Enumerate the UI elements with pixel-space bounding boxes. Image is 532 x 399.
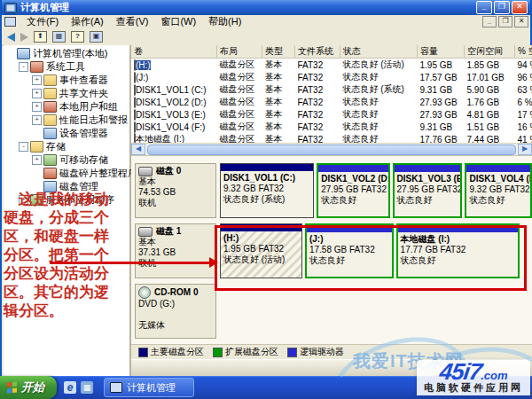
console-window-icon[interactable]: ▣ bbox=[90, 31, 103, 43]
start-label: 开始 bbox=[21, 379, 44, 395]
desktop-icon[interactable]: ▦ bbox=[81, 381, 93, 394]
partition-type-bar bbox=[221, 224, 301, 231]
column-header-5[interactable]: 容量 bbox=[418, 45, 465, 59]
tree-item-5[interactable]: +性能日志和警报 bbox=[4, 113, 129, 127]
column-header-7[interactable]: % 空闲 bbox=[515, 45, 532, 59]
table-row[interactable]: (J:)磁盘分区基本FAT32状态良好17.57 GB17.01 GB96 %否… bbox=[131, 71, 532, 83]
tree-item-2[interactable]: +事件查看器 bbox=[4, 74, 129, 87]
disk-info-box[interactable]: 磁盘 0基本74.53 GB联机 bbox=[135, 163, 216, 218]
tree-item-6[interactable]: 设备管理器 bbox=[4, 127, 129, 140]
partition-label: DISK1_VOL4 (F:) bbox=[469, 174, 528, 184]
show-tree-icon[interactable]: ▦ bbox=[52, 31, 66, 43]
tree-expand-icon[interactable]: + bbox=[32, 75, 42, 85]
tree-node-icon bbox=[43, 154, 57, 166]
child-close-button[interactable]: ✕ bbox=[514, 16, 528, 27]
partitions-1: (H:)1.95 GB FAT32状态良好 (活动)(J:)17.58 GB F… bbox=[220, 223, 520, 278]
table-row[interactable]: DISK1_VOL1 (C:)磁盘分区基本FAT32状态良好 (系统)9.31 … bbox=[131, 83, 532, 96]
restore-button[interactable]: ❐ bbox=[494, 1, 510, 14]
tree-expand-icon[interactable]: + bbox=[32, 89, 42, 98]
task-label: 计算机管理 bbox=[127, 381, 176, 395]
partition-status: 状态良好 bbox=[321, 195, 385, 206]
tree-expand-icon[interactable]: - bbox=[19, 142, 28, 152]
partition-DISK1VOL4F[interactable]: DISK1_VOL4 (F:)9.32 GB FAT32状态良好 bbox=[465, 163, 532, 218]
tree-item-8[interactable]: +可移动存储 bbox=[4, 153, 129, 167]
tree-node-icon bbox=[43, 101, 57, 113]
start-button[interactable]: 开始 bbox=[0, 376, 57, 399]
tree-expand-icon[interactable]: + bbox=[32, 115, 42, 125]
child-restore-button[interactable]: ❐ bbox=[498, 16, 512, 27]
table-row[interactable]: DISK1_VOL2 (D:)磁盘分区基本FAT32状态良好27.93 GB1.… bbox=[131, 96, 532, 108]
volume-name: DISK1_VOL3 (E:) bbox=[136, 110, 206, 120]
legend-swatch bbox=[138, 348, 148, 357]
scroll-left-icon[interactable]: ◀ bbox=[131, 144, 145, 155]
table-row[interactable]: DISK1_VOL4 (F:)磁盘分区基本FAT32状态良好9.31 GB1.5… bbox=[131, 121, 532, 133]
partition-I[interactable]: 本地磁盘 (I:)17.77 GB FAT32状态良好 bbox=[396, 223, 520, 278]
title-bar: 计算机管理 _ ❐ ✕ bbox=[2, 0, 530, 15]
window-title: 计算机管理 bbox=[20, 1, 69, 14]
quick-launch: e ▦ bbox=[64, 381, 93, 394]
disk-name: 磁盘 0 bbox=[156, 166, 181, 176]
tree-expand-icon[interactable]: + bbox=[32, 102, 42, 112]
partition-H[interactable]: (H:)1.95 GB FAT32状态良好 (活动) bbox=[220, 223, 302, 278]
cdrom-name: CD-ROM 0 bbox=[154, 287, 198, 298]
table-row[interactable]: 本地磁盘 (I:)磁盘分区基本FAT32状态良好17.76 GB7.44 GB4… bbox=[131, 133, 532, 143]
tree-item-0[interactable]: 计算机管理(本地) bbox=[4, 47, 129, 60]
column-header-4[interactable]: 状态 bbox=[340, 45, 418, 59]
disk-row-1: 磁盘 1基本37.31 GB联机(H:)1.95 GB FAT32状态良好 (活… bbox=[135, 223, 532, 278]
menu-item-4[interactable]: 帮助(H) bbox=[202, 16, 247, 27]
disk-type: 基本 bbox=[138, 176, 213, 187]
forward-icon[interactable] bbox=[20, 33, 28, 42]
disk-icon bbox=[138, 227, 153, 237]
tree-item-1[interactable]: -系统工具 bbox=[4, 60, 129, 74]
partition-DISK1VOL3E[interactable]: DISK1_VOL3 (E:)27.95 GB FAT32状态良好 bbox=[393, 163, 463, 218]
partition-J[interactable]: (J:)17.58 GB FAT32状态良好 bbox=[305, 223, 394, 278]
menu-item-3[interactable]: 窗口(W) bbox=[154, 16, 202, 27]
table-row[interactable]: DISK1_VOL3 (E:)磁盘分区基本FAT32状态良好27.93 GB4.… bbox=[131, 108, 532, 121]
console-icon bbox=[4, 17, 16, 27]
column-header-1[interactable]: 布局 bbox=[217, 45, 262, 59]
legend-label: 逻辑驱动器 bbox=[300, 346, 344, 358]
table-row[interactable]: (H:)磁盘分区基本FAT32状态良好 (活动)1.95 GB1.85 GB94… bbox=[131, 59, 532, 72]
menu-item-2[interactable]: 查看(V) bbox=[110, 16, 155, 27]
cdrom-info-box[interactable]: CD-ROM 0 DVD (G:) 无媒体 bbox=[135, 284, 216, 339]
menu-item-1[interactable]: 操作(A) bbox=[65, 16, 110, 27]
tree-item-3[interactable]: +共享文件夹 bbox=[4, 87, 129, 100]
close-button[interactable]: ✕ bbox=[512, 1, 528, 14]
watermark-logo: 45i7.com 电脑软硬件应用网 bbox=[417, 360, 530, 395]
child-minimize-button[interactable]: _ bbox=[482, 16, 497, 27]
menu-item-0[interactable]: 文件(F) bbox=[20, 16, 65, 27]
tree-item-label: 本地用户和组 bbox=[59, 100, 118, 113]
partition-status: 状态良好 (系统) bbox=[223, 194, 310, 205]
ie-icon[interactable]: e bbox=[64, 381, 76, 394]
column-header-3[interactable]: 文件系统 bbox=[295, 45, 340, 59]
annotation-text: 这是我的移动硬盘，分成三个区，和硬盘一样分区。把第一个分区设为活动分区。其它的为… bbox=[4, 190, 117, 320]
cdrom-type: DVD (G:) bbox=[138, 299, 213, 309]
partitions-0: DISK1_VOL1 (C:)9.32 GB FAT32状态良好 (系统)DIS… bbox=[220, 163, 532, 218]
column-header-2[interactable]: 类型 bbox=[262, 45, 295, 59]
partition-status: 状态良好 bbox=[397, 195, 458, 206]
help-icon[interactable]: ? bbox=[71, 31, 84, 43]
tree-expand-icon[interactable]: - bbox=[19, 62, 28, 72]
taskbar-task-button[interactable]: 计算机管理 bbox=[104, 378, 194, 397]
legend-item-2: 逻辑驱动器 bbox=[287, 346, 344, 358]
tree-item-4[interactable]: +本地用户和组 bbox=[4, 100, 129, 113]
disk-info-box[interactable]: 磁盘 1基本37.31 GB联机 bbox=[135, 223, 216, 278]
horizontal-scrollbar[interactable]: ◀ ▶ bbox=[131, 143, 532, 156]
minimize-button[interactable]: _ bbox=[476, 1, 492, 14]
volume-name: DISK1_VOL2 (D:) bbox=[136, 98, 206, 107]
partition-DISK1VOL2D[interactable]: DISK1_VOL2 (D:)27.95 GB FAT32状态良好 bbox=[317, 163, 389, 218]
scroll-thumb[interactable] bbox=[147, 145, 516, 155]
tree-item-label: 磁盘碎片整理程序 bbox=[59, 167, 137, 180]
tree-expand-icon[interactable]: + bbox=[32, 155, 42, 165]
tree-item-7[interactable]: -存储 bbox=[4, 140, 129, 153]
scroll-right-icon[interactable]: ▶ bbox=[518, 144, 532, 155]
back-icon[interactable] bbox=[7, 33, 15, 42]
tree-item-9[interactable]: 磁盘碎片整理程序 bbox=[4, 167, 129, 180]
tree-node-icon bbox=[17, 48, 30, 59]
partition-DISK1VOL1C[interactable]: DISK1_VOL1 (C:)9.32 GB FAT32状态良好 (系统) bbox=[220, 163, 314, 218]
column-header-0[interactable]: 卷 bbox=[131, 45, 217, 59]
column-header-6[interactable]: 空闲空间 bbox=[465, 45, 515, 59]
volume-name: (H:) bbox=[136, 60, 151, 70]
up-folder-icon[interactable]: ⬆ bbox=[34, 31, 47, 43]
menu-bar: 文件(F)操作(A)查看(V)窗口(W)帮助(H) _ ❐ ✕ bbox=[2, 15, 530, 29]
